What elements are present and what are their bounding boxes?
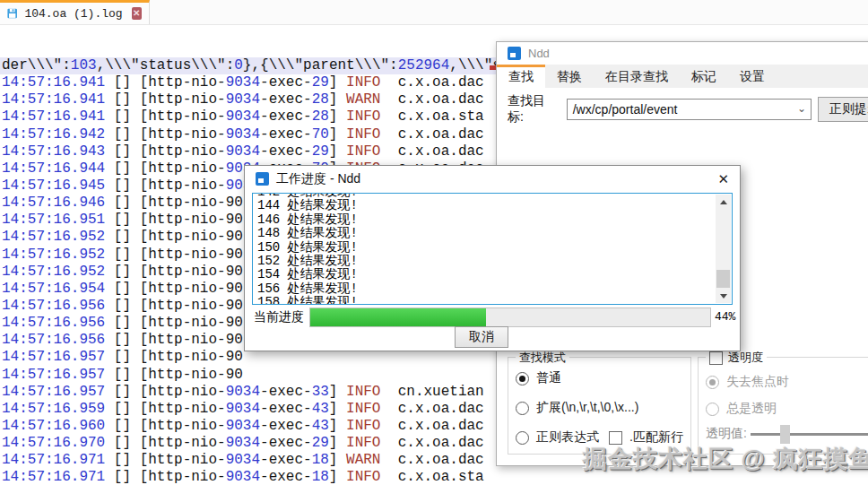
find-dialog-tab[interactable]: 设置 xyxy=(728,65,777,88)
find-dialog-tab[interactable]: 标记 xyxy=(680,65,728,88)
ndd-app-icon xyxy=(508,47,521,60)
regex-hint-button[interactable]: 正则提示 xyxy=(818,97,868,122)
opacity-slider[interactable] xyxy=(751,433,868,436)
search-mode-group: 查找模式 普通 扩展(\n,\r,\t,\0,\x...) 正则表达式 .匹配新… xyxy=(508,357,691,455)
watermark: 掘金技术社区 @ 疯狂摸鱼 xyxy=(583,443,868,475)
file-tab[interactable]: 104.oa (1).log ✕ xyxy=(0,0,150,24)
find-target-row: 查找目标: /wx/cp/portal/event ⌄ 正则提示 xyxy=(508,93,868,126)
results-scrollbar[interactable] xyxy=(716,195,731,303)
find-dialog-titlebar[interactable]: Ndd xyxy=(497,42,868,65)
close-icon[interactable]: ✕ xyxy=(717,172,729,186)
radio-icon[interactable] xyxy=(516,431,529,445)
mode-extended-option[interactable]: 扩展(\n,\r,\t,\0,\x...) xyxy=(516,400,638,416)
scroll-down-icon[interactable] xyxy=(716,289,731,303)
progress-bar-fill xyxy=(310,308,486,326)
opacity-checkbox-icon[interactable] xyxy=(709,351,723,365)
results-items: 142 处结果发现!144 处结果发现!146 处结果发现!148 处结果发现!… xyxy=(257,193,358,305)
opacity-always-label: 总是透明 xyxy=(726,401,777,417)
ndd-app-icon xyxy=(256,172,269,186)
mode-normal-option[interactable]: 普通 xyxy=(516,370,561,386)
progress-label: 当前进度 xyxy=(254,309,304,325)
scroll-up-icon[interactable] xyxy=(716,195,731,209)
find-dialog-tab[interactable]: 在目录查找 xyxy=(594,65,680,88)
result-item[interactable]: 156 处结果发现! xyxy=(257,282,358,296)
result-item[interactable]: 144 处结果发现! xyxy=(257,199,358,212)
progress-dialog: 工作进度 - Ndd ✕ 142 处结果发现!144 处结果发现!146 处结果… xyxy=(244,165,741,351)
progress-dialog-titlebar[interactable]: 工作进度 - Ndd ✕ xyxy=(245,166,740,192)
search-mode-group-title: 查找模式 xyxy=(516,350,569,366)
find-target-combobox[interactable]: /wx/cp/portal/event ⌄ xyxy=(567,99,812,120)
find-dialog-title: Ndd xyxy=(528,47,550,60)
radio-icon[interactable] xyxy=(516,372,529,385)
radio-icon[interactable] xyxy=(706,376,719,389)
tab-title: 104.oa (1).log xyxy=(24,7,122,21)
opacity-slider-handle[interactable] xyxy=(780,425,790,444)
cancel-button[interactable]: 取消 xyxy=(455,326,508,348)
tab-bar: 104.oa (1).log ✕ xyxy=(0,0,868,25)
chevron-down-icon[interactable]: ⌄ xyxy=(797,102,806,115)
radio-icon[interactable] xyxy=(516,402,529,415)
find-dialog-tab[interactable]: 查找 xyxy=(497,65,545,88)
result-item[interactable]: 154 处结果发现! xyxy=(257,268,358,281)
progress-bar xyxy=(309,307,711,327)
results-listbox[interactable]: 142 处结果发现!144 处结果发现!146 处结果发现!148 处结果发现!… xyxy=(252,193,733,305)
opacity-group-title: 透明度 xyxy=(706,350,767,366)
opacity-group-label: 透明度 xyxy=(728,350,763,366)
save-icon xyxy=(7,7,17,20)
opacity-on-blur-option[interactable]: 失去焦点时 xyxy=(706,374,789,390)
find-target-label: 查找目标: xyxy=(508,93,561,126)
opacity-on-blur-label: 失去焦点时 xyxy=(726,374,789,390)
scrollbar-thumb[interactable] xyxy=(716,270,730,288)
mode-extended-label: 扩展(\n,\r,\t,\0,\x...) xyxy=(536,400,638,416)
radio-icon[interactable] xyxy=(706,403,719,416)
result-item[interactable]: 150 处结果发现! xyxy=(257,241,358,255)
find-target-value: /wx/cp/portal/event xyxy=(573,102,678,117)
result-item[interactable]: 158 处结果发现! xyxy=(257,296,358,305)
opacity-always-option[interactable]: 总是透明 xyxy=(706,401,777,417)
tab-close-icon[interactable]: ✕ xyxy=(132,7,142,20)
progress-dialog-title: 工作进度 - Ndd xyxy=(276,171,360,187)
app-window: 104.oa (1).log ✕ der\\\":103,\\\"status\… xyxy=(0,0,868,485)
result-item[interactable]: 148 处结果发现! xyxy=(257,227,358,240)
mode-normal-label: 普通 xyxy=(536,370,561,386)
progress-percent: 44% xyxy=(715,310,735,324)
result-item[interactable]: 146 处结果发现! xyxy=(257,213,358,227)
result-item[interactable]: 152 处结果发现! xyxy=(257,255,358,268)
opacity-group: 透明度 失去焦点时 总是透明 透明值: xyxy=(698,357,868,455)
opacity-value-label: 透明值: xyxy=(706,426,747,442)
find-dialog-tab[interactable]: 替换 xyxy=(545,65,594,88)
find-dialog-tabs: 查找替换在目录查找标记设置 xyxy=(497,65,868,88)
